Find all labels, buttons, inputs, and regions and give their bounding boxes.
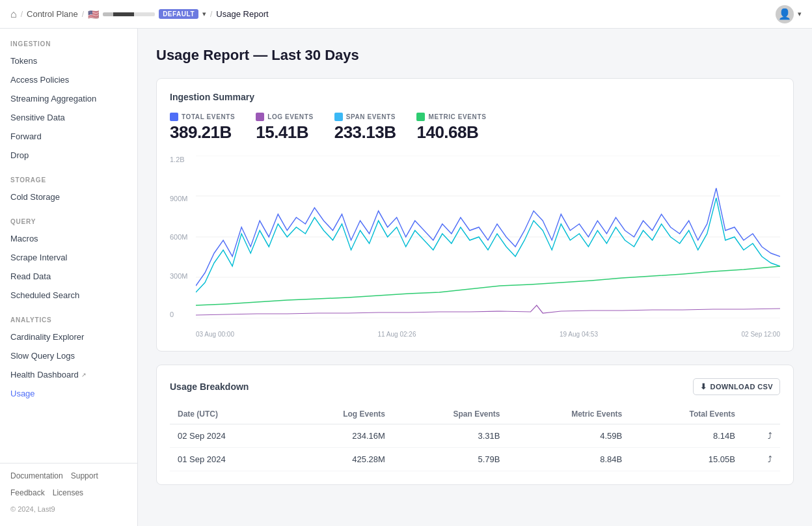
footer-licenses-link[interactable]: Licenses	[53, 488, 83, 497]
y-label-2: 900M	[170, 195, 188, 202]
sidebar-item-macros[interactable]: Macros	[0, 229, 137, 248]
sidebar-item-health-dashboard[interactable]: Health Dashboard ↗	[0, 365, 137, 384]
table-row: 01 Sep 2024 425.28M 5.79B 8.84B 15.05B ⤴	[170, 448, 780, 471]
metric-metric-events: METRIC EVENTS 140.68B	[416, 113, 486, 143]
env-flag: 🇺🇸	[88, 9, 99, 20]
sidebar-section-analytics: ANALYTICS	[0, 305, 137, 327]
sidebar-item-cold-storage[interactable]: Cold Storage	[0, 187, 137, 206]
y-label-3: 600M	[170, 233, 188, 241]
env-chevron[interactable]: ▾	[202, 10, 206, 18]
metric-span-events: SPAN EVENTS 233.13B	[334, 113, 396, 143]
y-label-4: 300M	[170, 272, 188, 280]
y-label-5: 0	[170, 311, 188, 318]
row1-total: 8.14B	[630, 424, 743, 448]
sidebar-footer: Documentation Support Feedback Licenses …	[0, 463, 137, 521]
metric-events-checkbox[interactable]	[416, 113, 425, 121]
home-icon[interactable]: ⌂	[10, 8, 17, 20]
col-header-date: Date (UTC)	[170, 404, 287, 424]
sidebar-item-access-policies[interactable]: Access Policies	[0, 70, 137, 89]
footer-support-link[interactable]: Support	[71, 471, 98, 480]
health-dashboard-ext-icon: ↗	[81, 372, 87, 378]
download-csv-button[interactable]: ⬇ DOWNLOAD CSV	[693, 378, 780, 395]
x-label-2: 11 Aug 02:26	[378, 331, 416, 338]
span-events-value: 233.13B	[334, 122, 396, 143]
sidebar-item-tokens[interactable]: Tokens	[0, 51, 137, 70]
col-header-log: Log Events	[287, 404, 393, 424]
metric-total-events: TOTAL EVENTS 389.21B	[170, 113, 235, 143]
avatar-chevron[interactable]: ▾	[798, 10, 802, 18]
row1-chart-icon[interactable]: ⤴	[743, 424, 780, 448]
sidebar-item-drop[interactable]: Drop	[0, 146, 137, 165]
row1-metric: 4.59B	[508, 424, 630, 448]
footer-feedback-link[interactable]: Feedback	[10, 488, 45, 497]
row2-metric: 8.84B	[508, 448, 630, 471]
metric-events-label: METRIC EVENTS	[428, 113, 486, 120]
total-events-checkbox[interactable]	[170, 113, 178, 121]
env-badge[interactable]: DEFAULT	[159, 9, 198, 19]
metrics-row: TOTAL EVENTS 389.21B LOG EVENTS 15.41B S…	[170, 113, 780, 143]
usage-breakdown-card: Usage Breakdown ⬇ DOWNLOAD CSV Date (UTC…	[156, 365, 794, 485]
chart-svg-container	[196, 156, 780, 318]
sidebar-item-slow-query-logs[interactable]: Slow Query Logs	[0, 346, 137, 365]
span-events-label: SPAN EVENTS	[346, 113, 396, 120]
download-icon: ⬇	[700, 382, 707, 391]
breadcrumb-sep-1: /	[21, 10, 23, 19]
total-events-label: TOTAL EVENTS	[182, 113, 235, 120]
span-events-checkbox[interactable]	[334, 113, 343, 121]
sidebar-item-forward[interactable]: Forward	[0, 127, 137, 146]
col-header-span: Span Events	[393, 404, 508, 424]
col-header-metric: Metric Events	[508, 404, 630, 424]
row2-chart-icon[interactable]: ⤴	[743, 448, 780, 471]
chart-y-labels: 1.2B 900M 600M 300M 0	[170, 156, 188, 318]
col-header-action	[743, 404, 780, 424]
sidebar-item-usage[interactable]: Usage	[0, 384, 137, 403]
chart-area: 1.2B 900M 600M 300M 0	[170, 156, 780, 338]
main-content: Usage Report — Last 30 Days Ingestion Su…	[138, 29, 812, 526]
log-events-value: 15.41B	[256, 122, 313, 143]
metric-log-events: LOG EVENTS 15.41B	[256, 113, 313, 143]
sidebar-item-streaming-aggregation[interactable]: Streaming Aggregation	[0, 89, 137, 108]
x-label-4: 02 Sep 12:00	[742, 331, 781, 338]
breadcrumb-sep-3: /	[210, 10, 212, 19]
row1-log: 234.16M	[287, 424, 393, 448]
row1-date: 02 Sep 2024	[170, 424, 287, 448]
row2-date: 01 Sep 2024	[170, 448, 287, 471]
sidebar-item-scrape-interval[interactable]: Scrape Interval	[0, 248, 137, 267]
sidebar-section-ingestion: INGESTION	[0, 29, 137, 51]
x-label-1: 03 Aug 00:00	[196, 331, 234, 338]
sidebar-item-sensitive-data[interactable]: Sensitive Data	[0, 108, 137, 127]
breadcrumb-control-plane[interactable]: Control Plane	[27, 9, 78, 19]
breakdown-header: Usage Breakdown ⬇ DOWNLOAD CSV	[170, 378, 780, 395]
x-label-3: 19 Aug 04:53	[560, 331, 598, 338]
usage-breakdown-table: Date (UTC) Log Events Span Events Metric…	[170, 404, 780, 471]
sidebar-section-query: QUERY	[0, 206, 137, 229]
ingestion-summary-title: Ingestion Summary	[170, 92, 780, 102]
page-title: Usage Report — Last 30 Days	[156, 47, 794, 64]
sidebar-item-read-data[interactable]: Read Data	[0, 267, 137, 286]
chart-svg	[196, 156, 780, 318]
ingestion-summary-card: Ingestion Summary TOTAL EVENTS 389.21B L…	[156, 78, 794, 352]
metric-events-value: 140.68B	[416, 122, 486, 143]
footer-copyright: © 2024, Last9	[10, 505, 127, 513]
log-events-label: LOG EVENTS	[267, 113, 313, 120]
breadcrumb-sep-2: /	[82, 10, 84, 19]
sidebar-item-cardinality-explorer[interactable]: Cardinality Explorer	[0, 327, 137, 346]
footer-documentation-link[interactable]: Documentation	[10, 471, 63, 480]
row2-log: 425.28M	[287, 448, 393, 471]
row2-span: 5.79B	[393, 448, 508, 471]
col-header-total: Total Events	[630, 404, 743, 424]
log-events-checkbox[interactable]	[256, 113, 264, 121]
env-bar	[103, 12, 155, 16]
chart-x-labels: 03 Aug 00:00 11 Aug 02:26 19 Aug 04:53 0…	[196, 331, 780, 338]
topbar-current-page: Usage Report	[216, 9, 268, 19]
row2-total: 15.05B	[630, 448, 743, 471]
sidebar-section-storage: STORAGE	[0, 165, 137, 187]
row1-span: 3.31B	[393, 424, 508, 448]
topbar: ⌂ / Control Plane / 🇺🇸 DEFAULT ▾ / Usage…	[0, 0, 812, 29]
total-events-value: 389.21B	[170, 122, 235, 143]
download-label: DOWNLOAD CSV	[710, 383, 773, 391]
avatar[interactable]: 👤	[776, 5, 794, 23]
sidebar-item-scheduled-search[interactable]: Scheduled Search	[0, 286, 137, 305]
breakdown-title: Usage Breakdown	[170, 381, 249, 392]
y-label-1: 1.2B	[170, 156, 188, 163]
